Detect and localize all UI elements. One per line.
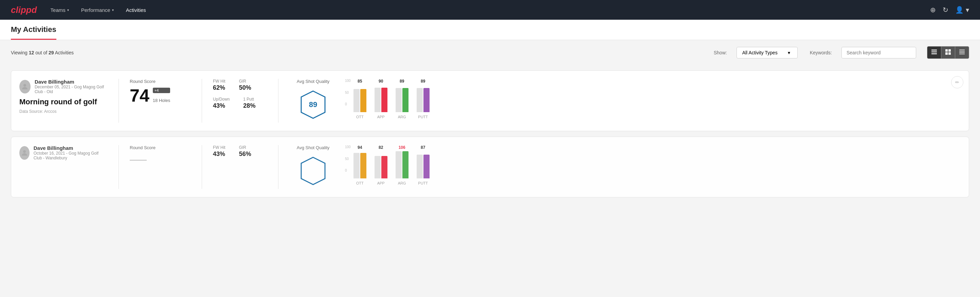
bar-wrapper-putt-2 bbox=[417, 151, 430, 179]
score-badge: +4 bbox=[153, 88, 170, 93]
bar-value-putt: 89 bbox=[421, 79, 425, 84]
nav-activities[interactable]: Activities bbox=[126, 7, 146, 13]
activity-title: Morning round of golf bbox=[19, 97, 108, 106]
add-circle-icon[interactable]: ⊕ bbox=[930, 6, 936, 14]
list-view-button[interactable] bbox=[928, 46, 941, 59]
bar-value-ott: 85 bbox=[358, 79, 362, 84]
page-title: My Activities bbox=[11, 25, 56, 40]
bar-ref-putt bbox=[417, 88, 423, 112]
bar-arg bbox=[402, 88, 409, 112]
fw-hit-stat-2: FW Hit 43% bbox=[213, 145, 226, 158]
user-details-2: Dave Billingham October 16, 2021 - Gog M… bbox=[33, 145, 108, 160]
svg-rect-4 bbox=[948, 49, 951, 52]
bar-wrapper-ott-2 bbox=[353, 151, 366, 179]
stats-section-2: FW Hit 43% GIR 56% bbox=[213, 145, 267, 163]
score-holes: 18 Holes bbox=[153, 98, 170, 103]
activity-type-filter[interactable]: All Activity Types ▾ bbox=[737, 47, 798, 59]
header-right: ⊕ ↻ 👤 ▾ bbox=[930, 6, 969, 14]
user-name-2: Dave Billingham bbox=[33, 145, 108, 151]
nav: Teams ▾ Performance ▾ Activities bbox=[51, 7, 146, 13]
bar-ref-ott bbox=[353, 89, 360, 112]
sub-header: My Activities bbox=[0, 20, 980, 40]
nav-performance[interactable]: Performance ▾ bbox=[81, 7, 114, 13]
user-date-2: October 16, 2021 - Gog Magog Golf Club -… bbox=[33, 151, 108, 160]
score-extra: +4 18 Holes bbox=[153, 88, 170, 104]
compact-view-button[interactable] bbox=[955, 46, 969, 59]
fw-hit-value-2: 43% bbox=[213, 150, 226, 158]
one-putt-stat: 1 Putt 28% bbox=[243, 97, 255, 109]
user-icon[interactable]: 👤 ▾ bbox=[955, 6, 969, 14]
round-score-placeholder bbox=[130, 160, 147, 161]
filter-chevron-icon: ▾ bbox=[788, 50, 790, 55]
bar-app-2 bbox=[381, 156, 387, 179]
one-putt-value: 28% bbox=[243, 102, 255, 109]
bar-ref-arg-2 bbox=[396, 151, 402, 179]
avatar-2 bbox=[19, 146, 30, 160]
shot-quality-label: Avg Shot Quality bbox=[297, 79, 330, 84]
svg-rect-5 bbox=[945, 52, 948, 55]
bar-ref-putt-2 bbox=[417, 155, 423, 179]
stats-section: FW Hit 62% GIR 50% Up/Down 43% 1 Putt 28… bbox=[213, 79, 267, 115]
svg-rect-9 bbox=[959, 52, 965, 53]
round-score-label: Round Score bbox=[130, 79, 191, 84]
bar-label-app-2: APP bbox=[377, 181, 385, 185]
bar-putt bbox=[423, 88, 430, 112]
bar-wrapper-putt bbox=[417, 85, 430, 112]
y2-label-50: 50 bbox=[345, 157, 351, 161]
bar-label-arg-2: ARG bbox=[398, 181, 406, 185]
y-label-0: 0 bbox=[345, 102, 351, 106]
user-name: Dave Billingham bbox=[35, 79, 108, 85]
y-label-50: 50 bbox=[345, 91, 351, 94]
bar-label-putt: PUTT bbox=[418, 115, 428, 119]
bar-chart-section-2: 100 50 0 94 OTT 82 bbox=[345, 145, 961, 185]
refresh-icon[interactable]: ↻ bbox=[943, 6, 948, 14]
bar-ott bbox=[360, 89, 366, 112]
score-row: 74 +4 18 Holes bbox=[130, 87, 191, 104]
bar-ref-app-2 bbox=[375, 156, 381, 179]
svg-rect-10 bbox=[959, 54, 965, 54]
round-score-section: Round Score 74 +4 18 Holes bbox=[130, 79, 191, 106]
bar-label-putt-2: PUTT bbox=[418, 181, 428, 185]
performance-chevron-icon: ▾ bbox=[112, 8, 114, 12]
bar-wrapper-arg bbox=[396, 85, 409, 112]
logo[interactable]: clippd bbox=[11, 5, 37, 15]
bar-group-putt-2: 87 PUTT bbox=[417, 145, 430, 185]
bar-arg-2 bbox=[402, 151, 409, 179]
y2-label-0: 0 bbox=[345, 169, 351, 172]
stat-row-bottom: Up/Down 43% 1 Putt 28% bbox=[213, 97, 267, 109]
viewing-text: Viewing 12 out of 29 Activities bbox=[11, 50, 74, 55]
user-date: December 05, 2021 - Gog Magog Golf Club … bbox=[35, 85, 108, 94]
y2-label-100: 100 bbox=[345, 145, 351, 149]
up-down-value: 43% bbox=[213, 102, 229, 109]
gir-label: GIR bbox=[239, 79, 251, 84]
toolbar: Viewing 12 out of 29 Activities Show: Al… bbox=[0, 40, 980, 65]
teams-chevron-icon: ▾ bbox=[67, 8, 69, 12]
svg-rect-1 bbox=[931, 52, 937, 53]
data-source: Data Source: Arccos bbox=[19, 109, 108, 114]
svg-rect-2 bbox=[931, 53, 937, 54]
bar-groups: 85 OTT 90 APP bbox=[353, 79, 430, 119]
svg-rect-3 bbox=[945, 49, 948, 52]
bar-value-app: 90 bbox=[379, 79, 383, 84]
bar-group-putt: 89 PUTT bbox=[417, 79, 430, 119]
svg-rect-7 bbox=[959, 50, 965, 50]
gir-value-2: 56% bbox=[239, 150, 251, 158]
svg-marker-14 bbox=[301, 157, 325, 185]
nav-teams[interactable]: Teams ▾ bbox=[51, 7, 69, 13]
bar-chart-section: 100 50 0 85 OTT bbox=[345, 79, 961, 119]
bar-value-ott-2: 94 bbox=[358, 145, 362, 150]
stat-row-top: FW Hit 62% GIR 50% bbox=[213, 79, 267, 91]
user-info-2: Dave Billingham October 16, 2021 - Gog M… bbox=[19, 145, 108, 160]
round-score-section-2: Round Score bbox=[130, 145, 191, 162]
search-input[interactable] bbox=[842, 47, 916, 59]
score-row-2 bbox=[130, 153, 191, 161]
card-divider-3 bbox=[278, 79, 278, 123]
bar-app bbox=[381, 88, 387, 112]
fw-hit-stat: FW Hit 62% bbox=[213, 79, 226, 91]
svg-rect-6 bbox=[948, 52, 951, 55]
grid-view-button[interactable] bbox=[941, 46, 955, 59]
bar-value-putt-2: 87 bbox=[421, 145, 425, 150]
bar-group-arg-2: 106 ARG bbox=[396, 145, 409, 185]
card-divider-6 bbox=[278, 145, 278, 189]
bar-wrapper-app-2 bbox=[375, 151, 387, 179]
